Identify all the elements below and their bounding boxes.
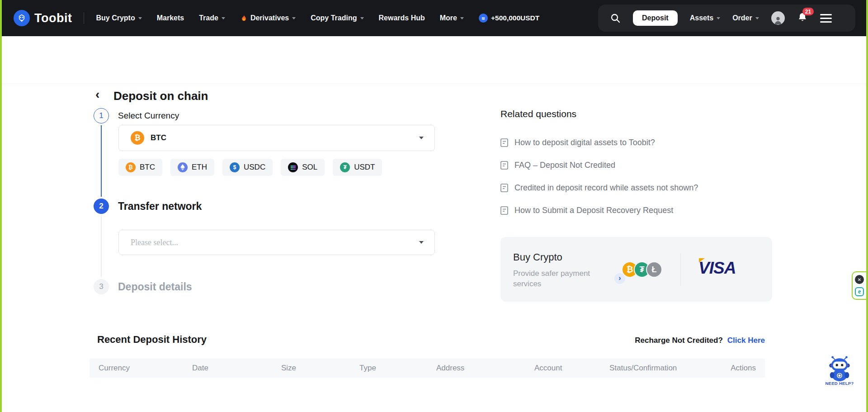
bonus-promo-link[interactable]: ≋ +500,000USDT (479, 14, 539, 23)
article-icon (500, 206, 508, 215)
main-nav: Buy Crypto Markets Trade Derivatives Cop… (96, 14, 464, 22)
question-text: FAQ – Deposit Not Credited (514, 161, 615, 170)
coin-icon: ≋ (479, 14, 488, 23)
chevron-down-icon (419, 137, 424, 139)
nav-right-cluster: Deposit Assets Order 21 (598, 5, 855, 32)
step-2-title: Transfer network (118, 200, 202, 213)
nav-item-copy-trading[interactable]: Copy Trading (311, 14, 363, 22)
currency-chip-sol[interactable]: SOL (281, 159, 325, 176)
related-question-link[interactable]: FAQ – Deposit Not Credited (500, 160, 698, 170)
buy-crypto-subtitle: Provide safer payment services (513, 269, 594, 289)
eset-icon[interactable]: e (855, 287, 864, 296)
currency-select[interactable]: ₿ BTC (118, 125, 435, 151)
col-status-confirmation: Status/Confirmation (609, 359, 677, 378)
nav-item-buy-crypto[interactable]: Buy Crypto (96, 14, 142, 22)
col-currency: Currency (99, 359, 130, 378)
user-avatar[interactable] (771, 11, 785, 25)
question-text: Credited in deposit record while assets … (514, 183, 698, 193)
robot-mascot-icon (826, 355, 853, 382)
brand-name: Toobit (34, 11, 72, 25)
chip-label: ETH (192, 163, 207, 172)
selected-currency: BTC (151, 133, 166, 142)
article-icon (500, 161, 508, 170)
deposit-button[interactable]: Deposit (633, 10, 678, 26)
currency-chip-eth[interactable]: ETH (170, 159, 214, 176)
history-table-header: Currency Date Size Type Address Account … (90, 359, 765, 378)
search-icon[interactable] (610, 13, 621, 24)
usdc-icon: $ (230, 162, 240, 172)
col-size: Size (281, 359, 296, 378)
need-help-label: NEED HELP? (824, 381, 855, 386)
currency-quick-chips: ₿ BTC ETH $ USDC SOL ₮ USDT (118, 159, 382, 176)
currency-chip-usdt[interactable]: ₮ USDT (333, 159, 382, 176)
fire-icon (240, 14, 248, 22)
toobit-owl-icon (14, 10, 30, 26)
ltc-icon: Ł (646, 261, 662, 278)
page-title: Deposit on chain (113, 89, 208, 103)
currency-chip-usdc[interactable]: $ USDC (222, 159, 273, 176)
nav-item-derivatives[interactable]: Derivatives (240, 14, 296, 22)
chip-label: USDC (244, 163, 265, 172)
back-button[interactable]: ‹ (95, 88, 99, 101)
step-2-badge: 2 (94, 199, 109, 214)
chip-label: SOL (302, 163, 317, 172)
currency-chip-btc[interactable]: ₿ BTC (118, 159, 162, 176)
screen-edge-left (0, 0, 2, 412)
chevron-down-icon (717, 17, 720, 19)
chevron-down-icon (292, 17, 296, 19)
nav-divider (84, 12, 84, 24)
step-3-title: Deposit details (118, 281, 192, 293)
order-menu[interactable]: Order (732, 14, 759, 22)
question-text: How to Submit a Deposit Recovery Request (514, 206, 673, 215)
buy-crypto-promo-card[interactable]: Buy Crypto Provide safer payment service… (500, 237, 772, 302)
nav-item-rewards-hub[interactable]: Rewards Hub (379, 14, 425, 22)
recharge-click-here-link[interactable]: Click Here (727, 336, 765, 345)
chevron-down-icon (460, 17, 464, 19)
order-label: Order (732, 14, 752, 22)
col-type: Type (359, 359, 376, 378)
toobit-logo[interactable]: Toobit (14, 10, 72, 26)
nav-label: Rewards Hub (379, 14, 425, 22)
chevron-down-icon (360, 17, 364, 19)
network-select-placeholder: Please select... (131, 238, 178, 247)
nav-label: Derivatives (250, 14, 289, 22)
col-date: Date (192, 359, 208, 378)
nav-item-more[interactable]: More (440, 14, 464, 22)
chip-label: BTC (140, 163, 155, 172)
coin-stack: ₿ ₮ Ł (622, 261, 662, 278)
related-question-link[interactable]: How to deposit digital assets to Toobit? (500, 137, 698, 148)
article-icon (500, 184, 508, 192)
chevron-down-icon (419, 241, 424, 244)
close-icon[interactable]: ✕ (855, 275, 864, 284)
assets-menu[interactable]: Assets (690, 14, 720, 22)
screen-edge-right (866, 0, 868, 412)
help-chat-widget[interactable]: NEED HELP? (824, 355, 855, 386)
related-questions-title: Related questions (500, 109, 576, 119)
chip-label: USDT (354, 163, 375, 172)
col-actions: Actions (731, 359, 756, 378)
hamburger-menu-icon[interactable] (820, 14, 832, 23)
step-1-title: Select Currency (118, 111, 179, 121)
step-connector-1 (101, 125, 102, 197)
chevron-down-icon (138, 17, 142, 19)
nav-label: Buy Crypto (96, 14, 135, 22)
person-icon (773, 15, 783, 25)
related-question-link[interactable]: Credited in deposit record while assets … (500, 182, 698, 193)
buy-crypto-title: Buy Crypto (513, 251, 562, 263)
nav-item-markets[interactable]: Markets (157, 14, 184, 22)
antivirus-edge-widget: ✕ e (852, 271, 866, 300)
page-header: ‹ Deposit on chain (0, 36, 868, 84)
bonus-amount: +500,000USDT (491, 14, 539, 22)
eth-icon (178, 162, 188, 172)
question-text: How to deposit digital assets to Toobit? (514, 138, 655, 147)
notifications-button[interactable]: 21 (797, 12, 808, 24)
network-select[interactable]: Please select... (118, 230, 435, 255)
nav-item-trade[interactable]: Trade (199, 14, 225, 22)
related-question-link[interactable]: How to Submit a Deposit Recovery Request (500, 205, 698, 216)
assets-label: Assets (690, 14, 713, 22)
chevron-down-icon (755, 17, 759, 19)
nav-label: Markets (157, 14, 184, 22)
top-navbar: Toobit Buy Crypto Markets Trade Derivati… (0, 0, 868, 36)
chevron-down-icon (222, 17, 225, 19)
col-account: Account (534, 359, 562, 378)
